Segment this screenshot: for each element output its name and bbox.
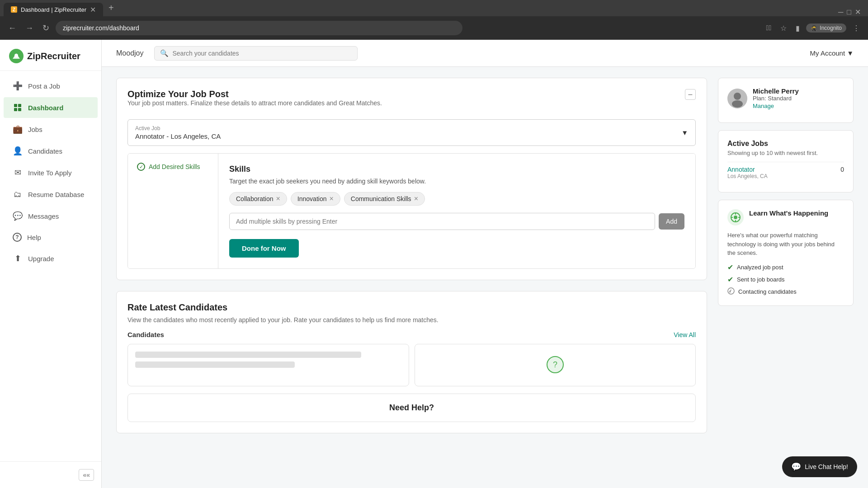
learn-item-sent-to-job-boards: ✔ Sent to job boards [727,275,844,284]
chevron-down-icon: ▼ [847,49,854,57]
my-account-button[interactable]: My Account ▼ [810,49,854,57]
resume-icon: 🗂 [13,189,23,199]
job-location: Los Angeles, CA [727,173,768,179]
search-icon: 🔍 [160,49,169,57]
tab-favicon: Z [11,6,17,13]
skill-tag-collaboration[interactable]: Collaboration × [229,192,287,206]
candidate-card-1[interactable] [127,344,409,386]
sidebar-item-label-help: Help [27,234,41,241]
user-avatar [727,89,747,108]
main-content: Moodjoy 🔍 My Account ▼ Optim [102,40,868,488]
maximize-window-button[interactable]: □ [847,8,851,16]
user-plan: Plan: Standard [753,95,799,102]
live-chat-label: Live Chat Help! [805,463,848,470]
add-skill-button[interactable]: Add [659,213,684,230]
skills-tags: Collaboration × Innovation × Communicati… [229,192,684,206]
view-all-link[interactable]: View All [674,331,696,338]
skill-tag-communication-skills[interactable]: Communication Skills × [344,192,425,206]
job-count: 0 [840,166,844,173]
tab-close-button[interactable]: ✕ [90,5,96,14]
svg-rect-5 [18,108,21,111]
sidebar-item-invite-to-apply[interactable]: ✉ Invite To Apply [4,162,98,183]
browser-toolbar: ← → ↻ 👁̸ ☆ ▮ 🥷 Incognito ⋮ [0,16,868,40]
star-icon[interactable]: ☆ [778,22,789,34]
svg-rect-2 [14,104,17,107]
search-input[interactable] [172,50,352,57]
sidebar-item-upgrade[interactable]: ⬆ Upgrade [4,248,98,269]
content-left: Optimize Your Job Post Your job post mat… [116,78,707,433]
minimize-button[interactable]: – [685,89,696,100]
rate-candidates-title: Rate Latest Candidates [127,302,696,313]
sidebar-item-jobs[interactable]: 💼 Jobs [4,119,98,140]
reload-button[interactable]: ↻ [40,21,52,35]
sidebar-item-resume-database[interactable]: 🗂 Resume Database [4,184,98,205]
minimize-window-button[interactable]: ─ [838,8,843,16]
address-bar[interactable] [56,21,462,35]
sidebar-item-label-upgrade: Upgrade [28,255,54,263]
skill-tag-label-innovation: Innovation [297,195,327,202]
svg-point-17 [728,288,734,294]
remove-communication-skills-button[interactable]: × [414,195,418,202]
candidates-icon: 👤 [13,146,23,156]
sidebar-logo: ZipRecruiter [0,40,101,71]
active-jobs-subtitle: Showing up to 10 with newest first. [727,150,844,156]
collapse-sidebar-button[interactable]: «« [79,469,94,481]
svg-line-19 [730,290,731,292]
plan-label: Plan: [753,95,766,102]
skills-check-icon: ✓ [137,163,145,171]
search-bar[interactable]: 🔍 [154,46,358,61]
sidebar-item-candidates[interactable]: 👤 Candidates [4,141,98,161]
incognito-label: Incognito [820,25,842,31]
remove-collaboration-button[interactable]: × [276,195,280,202]
active-tab[interactable]: Z Dashboard | ZipRecruiter ✕ [4,3,103,16]
back-button[interactable]: ← [5,22,19,35]
manage-link[interactable]: Manage [753,103,774,109]
candidates-grid: ? [127,344,696,386]
sidebar-item-messages[interactable]: 💬 Messages [4,206,98,226]
skills-layout: ✓ Add Desired Skills Skills Target the e… [127,153,696,269]
sidebar-item-post-job[interactable]: ➕ Post a Job [4,75,98,96]
learn-items-list: ✔ Analyzed job post ✔ Sent to job boards… [727,263,844,296]
extensions-icon[interactable]: ▮ [793,22,802,34]
skills-description: Target the exact job seekers you need by… [229,178,684,185]
menu-icon[interactable]: ⋮ [850,22,863,34]
content-area: Optimize Your Job Post Your job post mat… [102,67,868,444]
sidebar-item-help[interactable]: ? Help [4,227,98,247]
rate-candidates-subtitle: View the candidates who most recently ap… [127,316,696,324]
optimize-title: Optimize Your Job Post [127,89,382,99]
active-job-dropdown[interactable]: Active Job Annotator - Los Angeles, CA ▼ [127,119,696,146]
invite-icon: ✉ [13,168,23,178]
remove-innovation-button[interactable]: × [329,195,333,202]
dashboard-icon [13,103,23,113]
my-account-label: My Account [810,49,845,57]
learn-icon [727,209,744,225]
add-desired-skills-item[interactable]: ✓ Add Desired Skills [137,163,209,171]
done-for-now-button[interactable]: Done for Now [229,239,299,258]
ziprecruiter-logo-text: ZipRecruiter [27,51,80,61]
rate-candidates-header-row: Candidates View All [127,331,696,338]
sidebar-item-label-invite: Invite To Apply [28,169,71,177]
skill-tag-label-communication: Communication Skills [351,195,411,202]
learn-description: Here's what our powerful matching techno… [727,231,844,258]
svg-point-12 [734,216,737,219]
company-name: Moodjoy [116,49,143,57]
skills-input[interactable] [229,213,655,230]
skill-tag-innovation[interactable]: Innovation × [291,192,340,206]
learn-item-sent-label: Sent to job boards [737,276,785,283]
sidebar-item-label-candidates: Candidates [28,147,62,155]
sidebar-item-label-resume: Resume Database [28,191,84,198]
candidate-card-2[interactable]: ? [415,344,696,386]
content-right: Michelle Perry Plan: Standard Manage Act… [718,78,854,433]
job-title-link[interactable]: Annotator [727,166,768,173]
sidebar-item-dashboard[interactable]: Dashboard [4,97,98,118]
live-chat-button[interactable]: 💬 Live Chat Help! [782,456,857,477]
check-contacting-icon [727,287,735,296]
incognito-badge: 🥷 Incognito [806,23,846,33]
learn-item-analyzed-label: Analyzed job post [737,264,783,271]
sidebar-item-label-dashboard: Dashboard [28,104,63,112]
user-name: Michelle Perry [753,87,799,95]
close-window-button[interactable]: ✕ [855,8,861,16]
check-sent-icon: ✔ [727,275,733,284]
new-tab-button[interactable]: + [105,3,118,13]
forward-button[interactable]: → [23,22,36,35]
